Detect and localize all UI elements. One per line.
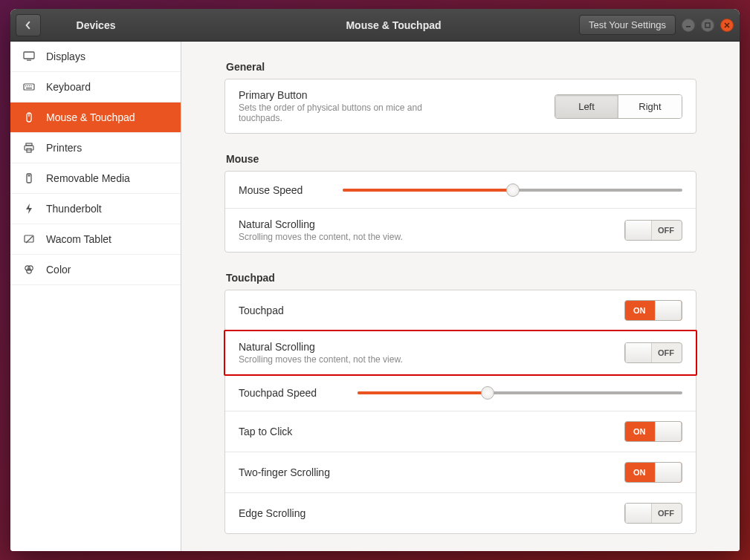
row-mouse-speed: Mouse Speed [225,172,696,209]
thunderbolt-icon [22,202,36,215]
content-area: General Primary Button Sets the order of… [181,42,740,551]
row-mouse-natural: Natural Scrolling Scrolling moves the co… [225,209,696,252]
svg-rect-3 [27,60,31,61]
settings-window: Devices Mouse & Touchpad Test Your Setti… [10,9,740,551]
touchpad-speed-slider[interactable] [358,385,682,400]
panel-mouse: Mouse Speed Natural Scrolling Scrolling … [224,171,696,253]
touchpad-natural-sublabel: Scrolling moves the content, not the vie… [239,354,403,365]
minimize-icon [685,22,691,28]
keyboard-icon [22,80,36,94]
panel-touchpad: Touchpad ON Natural Scrolling Scrolling … [224,290,696,534]
maximize-icon [705,22,711,28]
sidebar-item-label: Displays [46,51,85,62]
two-finger-label: Two-finger Scrolling [239,466,330,478]
touchpad-natural-label: Natural Scrolling [239,341,403,353]
edge-scrolling-label: Edge Scrolling [239,507,306,519]
sidebar-item-thunderbolt[interactable]: Thunderbolt [10,194,181,224]
mouse-natural-label: Natural Scrolling [239,218,403,230]
window-minimize-button[interactable] [682,19,695,32]
wacom-icon [22,232,36,246]
primary-button-left[interactable]: Left [555,95,618,118]
sidebar-item-wacom[interactable]: Wacom Tablet [10,224,181,255]
mouse-natural-sublabel: Scrolling moves the content, not the vie… [239,232,403,242]
edge-scrolling-switch[interactable]: OFF [624,503,682,524]
mouse-icon [22,111,36,124]
sidebar-item-color[interactable]: Color [10,255,181,285]
tap-to-click-switch[interactable]: ON [624,421,682,442]
svg-rect-0 [686,26,691,27]
test-settings-button[interactable]: Test Your Settings [579,15,676,35]
touchpad-speed-label: Touchpad Speed [239,387,350,399]
svg-rect-5 [25,85,26,86]
window-maximize-button[interactable] [701,19,714,32]
sidebar-item-label: Removable Media [46,172,130,184]
svg-rect-1 [705,23,710,27]
row-primary-button: Primary Button Sets the order of physica… [225,79,696,133]
svg-rect-16 [28,175,30,177]
primary-button-label: Primary Button [239,89,424,101]
sidebar-item-label: Thunderbolt [46,203,102,215]
section-general-title: General [226,61,696,73]
tap-to-click-label: Tap to Click [239,426,292,437]
primary-button-right[interactable]: Right [618,95,682,118]
printer-icon [22,141,36,154]
mouse-speed-slider[interactable] [343,183,682,198]
svg-rect-8 [31,85,32,86]
primary-button-segmented[interactable]: Left Right [555,94,682,119]
sidebar-item-keyboard[interactable]: Keyboard [10,72,181,102]
sidebar-item-label: Keyboard [46,81,91,93]
section-mouse-title: Mouse [226,153,696,165]
window-close-button[interactable] [720,19,734,32]
row-tap-to-click: Tap to Click ON [225,411,696,452]
mouse-natural-switch[interactable]: OFF [624,220,682,241]
svg-rect-6 [28,85,28,86]
sidebar-item-printers[interactable]: Printers [10,133,181,163]
touchpad-enable-label: Touchpad [239,305,284,316]
panel-general: Primary Button Sets the order of physica… [224,79,696,134]
row-two-finger-scrolling: Two-finger Scrolling ON [225,452,696,493]
sidebar-item-label: Color [46,264,71,276]
sidebar-item-label: Printers [46,142,82,154]
row-touchpad-natural: Natural Scrolling Scrolling moves the co… [224,330,697,376]
touchpad-natural-switch[interactable]: OFF [624,342,682,363]
close-icon [724,22,730,28]
svg-rect-7 [29,85,30,86]
section-touchpad-title: Touchpad [226,272,696,284]
mouse-speed-label: Mouse Speed [239,184,335,196]
svg-rect-2 [24,52,34,59]
removable-icon [22,172,36,185]
display-icon [22,50,36,63]
two-finger-switch[interactable]: ON [624,462,682,483]
titlebar: Devices Mouse & Touchpad Test Your Setti… [10,9,740,42]
sidebar-item-mouse[interactable]: Mouse & Touchpad [10,102,181,133]
sidebar-item-label: Mouse & Touchpad [46,111,135,123]
sidebar: DisplaysKeyboardMouse & TouchpadPrinters… [10,42,181,551]
svg-rect-9 [26,88,32,88]
touchpad-enable-switch[interactable]: ON [624,300,682,321]
row-touchpad-speed: Touchpad Speed [225,374,696,411]
primary-button-sublabel: Sets the order of physical buttons on mi… [239,102,424,123]
sidebar-item-label: Wacom Tablet [46,233,111,245]
page-title: Mouse & Touchpad [181,19,606,31]
sidebar-item-displays[interactable]: Displays [10,42,181,72]
color-icon [22,263,36,276]
svg-rect-4 [24,84,34,90]
row-touchpad-enable: Touchpad ON [225,290,696,331]
sidebar-item-removable[interactable]: Removable Media [10,163,181,194]
svg-rect-13 [25,146,33,150]
chevron-left-icon [24,21,33,30]
back-button[interactable] [16,14,41,36]
row-edge-scrolling: Edge Scrolling OFF [225,493,696,533]
